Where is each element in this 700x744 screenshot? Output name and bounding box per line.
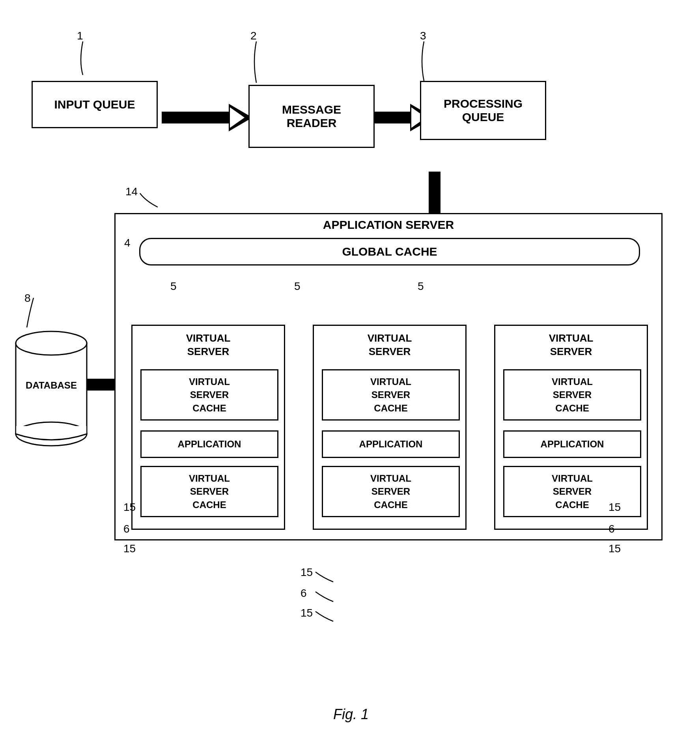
ref-5c: 5 <box>418 280 424 293</box>
vs1-cache-top: VIRTUALSERVERCACHE <box>140 369 278 421</box>
virtual-server-1: VIRTUALSERVER VIRTUALSERVERCACHE APPLICA… <box>131 325 285 530</box>
virtual-server-2: VIRTUALSERVER VIRTUALSERVERCACHE APPLICA… <box>313 325 467 530</box>
vs1-cache-bottom-label: VIRTUALSERVERCACHE <box>189 472 230 512</box>
vs3-cache-top-label: VIRTUALSERVERCACHE <box>552 375 593 415</box>
processing-queue-label: PROCESSING QUEUE <box>444 97 523 124</box>
vs1-app-label: APPLICATION <box>178 439 241 450</box>
message-reader-label: MESSAGE READER <box>282 103 341 130</box>
vs1-label: VIRTUALSERVER <box>133 332 284 359</box>
ref-4: 4 <box>124 237 131 249</box>
ref-5a: 5 <box>170 280 177 293</box>
svg-text:DATABASE: DATABASE <box>26 380 77 391</box>
svg-rect-6 <box>429 172 441 219</box>
vs2-cache-bottom-label: VIRTUALSERVERCACHE <box>370 472 411 512</box>
ref-3: 3 <box>420 30 426 42</box>
svg-rect-0 <box>162 112 229 123</box>
vs3-cache-top: VIRTUALSERVERCACHE <box>503 369 641 421</box>
processing-queue-box: PROCESSING QUEUE <box>420 81 546 140</box>
svg-point-22 <box>16 331 87 355</box>
vs3-application: APPLICATION <box>503 430 641 458</box>
svg-rect-24 <box>16 426 86 435</box>
ref-6a: 6 <box>123 523 130 535</box>
input-queue-label: INPUT QUEUE <box>54 98 135 111</box>
vs2-app-label: APPLICATION <box>359 439 423 450</box>
global-cache-label: GLOBAL CACHE <box>342 245 437 258</box>
vs3-app-label: APPLICATION <box>541 439 604 450</box>
database-svg: DATABASE <box>12 323 91 450</box>
app-server-container: APPLICATION SERVER GLOBAL CACHE VIRTUALS… <box>114 213 663 540</box>
input-queue-box: INPUT QUEUE <box>32 81 158 128</box>
vs1-application: APPLICATION <box>140 430 278 458</box>
ref-15e: 15 <box>301 566 313 579</box>
message-reader-box: MESSAGE READER <box>248 85 375 148</box>
ref-15b: 15 <box>123 542 136 555</box>
ref-6b: 6 <box>609 523 615 535</box>
vs1-cache-top-label: VIRTUALSERVERCACHE <box>189 375 230 415</box>
ref-1: 1 <box>77 30 83 42</box>
virtual-server-3: VIRTUALSERVER VIRTUALSERVERCACHE APPLICA… <box>494 325 648 530</box>
diagram: 1 2 3 INPUT QUEUE MESSAGE READER PROCESS… <box>0 0 700 744</box>
vs2-application: APPLICATION <box>322 430 460 458</box>
ref-6c: 6 <box>301 587 307 600</box>
vs1-cache-bottom: VIRTUALSERVERCACHE <box>140 466 278 517</box>
ref-5b: 5 <box>294 280 301 293</box>
vs2-cache-top: VIRTUALSERVERCACHE <box>322 369 460 421</box>
app-server-label: APPLICATION SERVER <box>116 218 661 232</box>
ref-15d: 15 <box>609 542 621 555</box>
vs2-cache-top-label: VIRTUALSERVERCACHE <box>370 375 411 415</box>
ref-8: 8 <box>24 292 31 305</box>
ref-15c: 15 <box>609 501 621 514</box>
ref-2: 2 <box>250 30 257 42</box>
vs2-label: VIRTUALSERVER <box>314 332 465 359</box>
global-cache-box: GLOBAL CACHE <box>139 238 640 265</box>
vs3-cache-bottom-label: VIRTUALSERVERCACHE <box>552 472 593 512</box>
ref-15a: 15 <box>123 501 136 514</box>
ref-15f: 15 <box>301 607 313 619</box>
ref-14: 14 <box>125 185 138 198</box>
vs2-cache-bottom: VIRTUALSERVERCACHE <box>322 466 460 517</box>
figure-caption: Fig. 1 <box>296 706 406 723</box>
vs3-label: VIRTUALSERVER <box>495 332 647 359</box>
